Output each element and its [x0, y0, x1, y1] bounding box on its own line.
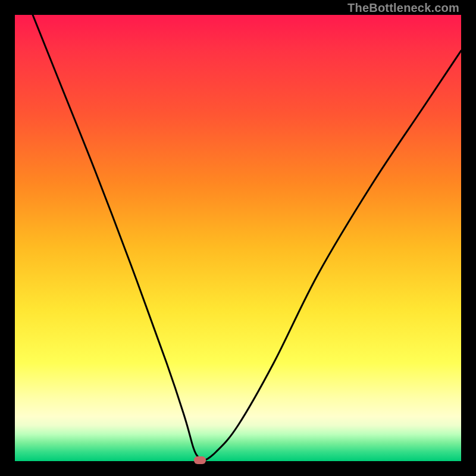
min-marker [194, 456, 206, 464]
chart-frame: TheBottleneck.com [0, 0, 476, 476]
plot-background [15, 15, 461, 461]
watermark-text: TheBottleneck.com [347, 1, 459, 15]
